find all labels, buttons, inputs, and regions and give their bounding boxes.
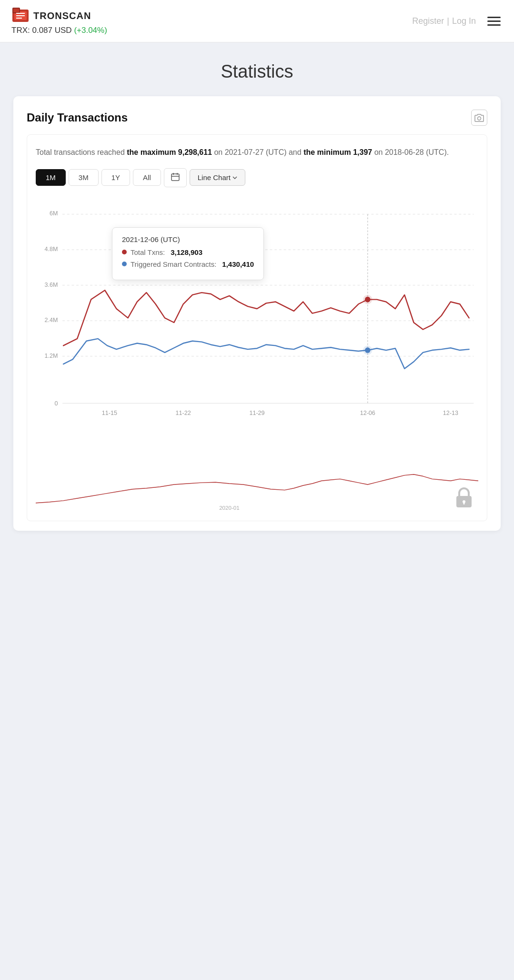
tooltip-contracts-row: Triggered Smart Contracts: 1,430,410: [122, 260, 254, 268]
chart-type-label: Line Chart: [198, 173, 231, 182]
logo-row: TRONSCAN: [11, 7, 107, 25]
nav-links: Register | Log In: [412, 16, 476, 26]
tooltip-red-dot: [122, 250, 127, 254]
svg-rect-33: [464, 502, 465, 505]
logo-text: TRONSCAN: [33, 10, 91, 21]
svg-text:3.6M: 3.6M: [44, 281, 58, 288]
max-label: the maximum: [127, 148, 176, 156]
max-date: on 2021-07-27 (UTC) and: [214, 148, 301, 156]
chart-tooltip: 2021-12-06 (UTC) Total Txns: 3,128,903 T…: [112, 227, 264, 280]
time-btn-1m[interactable]: 1M: [36, 169, 66, 186]
blue-dot-glow: [363, 345, 372, 354]
svg-text:6M: 6M: [50, 210, 58, 217]
svg-text:2.4M: 2.4M: [44, 317, 58, 323]
chart-container: Total transactions reached the maximum 9…: [27, 134, 487, 521]
tronscan-logo-icon: [11, 7, 30, 25]
login-link[interactable]: Log In: [452, 16, 476, 26]
min-date: on 2018-06-28 (UTC).: [374, 148, 449, 156]
tooltip-blue-dot: [122, 262, 127, 266]
svg-text:11-29: 11-29: [249, 409, 264, 416]
trx-change-value: (+3.04%): [74, 26, 107, 35]
time-btn-1y[interactable]: 1Y: [101, 169, 130, 186]
header-left: TRONSCAN TRX: 0.087 USD (+3.04%): [11, 7, 107, 35]
tooltip-contracts-label: Triggered Smart Contracts:: [131, 260, 216, 268]
calendar-button[interactable]: [164, 168, 187, 187]
svg-text:1.2M: 1.2M: [44, 352, 58, 359]
hamburger-line-1: [487, 17, 501, 18]
svg-text:0: 0: [54, 400, 58, 407]
chevron-down-icon: [232, 176, 237, 179]
tooltip-txns-value: 3,128,903: [171, 248, 202, 256]
chart-type-button[interactable]: Line Chart: [190, 169, 245, 186]
register-link[interactable]: Register: [412, 16, 444, 26]
hamburger-line-2: [487, 20, 501, 22]
svg-text:4.8M: 4.8M: [44, 246, 58, 253]
camera-button[interactable]: [471, 110, 487, 126]
card-header: Daily Transactions: [27, 110, 487, 126]
svg-text:11-15: 11-15: [102, 409, 117, 416]
tooltip-txns-row: Total Txns: 3,128,903: [122, 248, 254, 256]
chart-summary: Total transactions reached the maximum 9…: [36, 146, 478, 159]
tooltip-txns-label: Total Txns:: [131, 248, 165, 256]
hamburger-menu[interactable]: [485, 15, 503, 28]
nav-separator: |: [447, 16, 449, 26]
trx-price-row: TRX: 0.087 USD (+3.04%): [11, 26, 107, 35]
trx-price-value: 0.087 USD: [32, 26, 71, 35]
daily-transactions-card: Daily Transactions Total transactions re…: [13, 96, 501, 531]
time-btn-all[interactable]: All: [133, 169, 161, 186]
time-btn-3m[interactable]: 3M: [69, 169, 99, 186]
min-value: 1,397: [353, 148, 372, 156]
header: TRONSCAN TRX: 0.087 USD (+3.04%) Registe…: [0, 0, 514, 42]
tooltip-contracts-value: 1,430,410: [222, 260, 254, 268]
svg-text:12-13: 12-13: [443, 409, 458, 416]
svg-text:11-22: 11-22: [176, 409, 191, 416]
svg-rect-3: [13, 9, 19, 12]
card-title: Daily Transactions: [27, 111, 128, 124]
page-title: Statistics: [10, 61, 504, 82]
calendar-icon: [171, 172, 180, 181]
svg-rect-8: [171, 174, 179, 181]
red-dot-glow: [363, 295, 372, 304]
trx-label: TRX:: [11, 26, 30, 35]
header-right: Register | Log In: [412, 15, 503, 28]
chart-controls: 1M 3M 1Y All Line Chart: [36, 168, 478, 187]
tooltip-date: 2021-12-06 (UTC): [122, 235, 254, 243]
mini-chart-svg: 2020-01: [36, 456, 478, 513]
svg-point-7: [478, 117, 481, 120]
svg-text:2020-01: 2020-01: [219, 505, 240, 511]
mini-chart-area: 2020-01: [36, 456, 478, 513]
min-label: the minimum: [303, 148, 351, 156]
chart-area: 6M 4.8M 3.6M 2.4M 1.2M 0: [36, 199, 478, 448]
camera-icon: [474, 113, 484, 122]
svg-text:12-06: 12-06: [360, 409, 375, 416]
page-title-section: Statistics: [0, 42, 514, 96]
hamburger-line-3: [487, 24, 501, 26]
lock-icon: [454, 486, 474, 508]
max-value: 9,298,611: [178, 148, 212, 156]
